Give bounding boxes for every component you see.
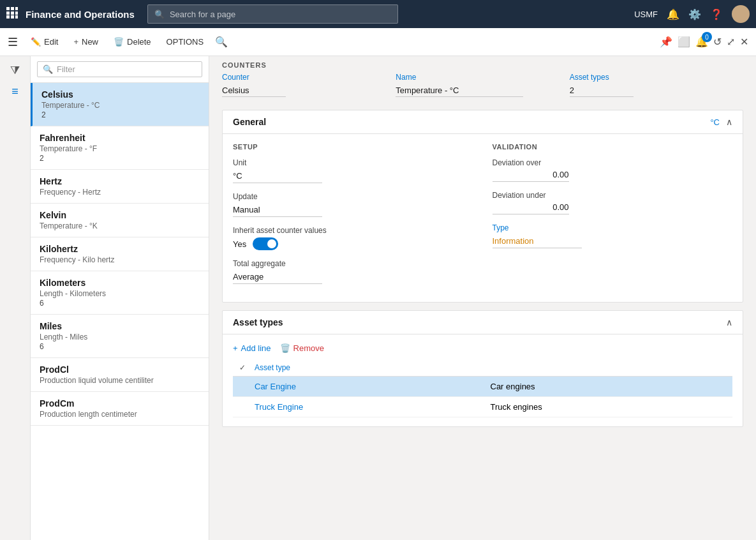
svg-rect-0 [6,7,10,10]
unit-value[interactable]: °C [233,171,322,183]
remove-icon: 🗑️ [280,343,290,353]
filter-box: 🔍 Filter [31,56,209,83]
item-num: 6 [40,299,200,308]
list-icon[interactable]: ≡ [11,85,19,98]
org-label: USMF [634,10,658,19]
table-row[interactable]: Car Engine Car engines [233,377,732,397]
new-button[interactable]: + New [67,34,105,50]
pin-icon[interactable]: 📌 [660,36,672,48]
add-line-button[interactable]: + Add line [233,343,271,353]
inherit-toggle[interactable] [253,237,278,250]
remove-button[interactable]: 🗑️ Remove [280,343,324,353]
list-items: Celsius Temperature - °C 2 Fahrenheit Te… [31,83,209,540]
item-name: ProdCm [40,398,200,409]
left-list: 🔍 Filter Celsius Temperature - °C 2 Fahr… [31,56,209,540]
badge: 0 [702,32,712,42]
asset-rows: Car Engine Car engines Truck Engine Truc… [233,377,732,417]
detail-scroll: General °C ∧ SETUP Unit °C [209,103,756,540]
sidebar-panel: ⧩ ≡ [0,56,31,540]
item-sub: Frequency - Hertz [40,188,200,197]
asset-types-title: Asset types [233,317,283,327]
type-value[interactable]: Information [493,236,582,248]
asset-types-section: Asset types ∧ + Add line 🗑️ Remo [222,310,743,427]
deviation-under-value[interactable]: 0.00 [493,202,569,214]
general-title: General [233,117,266,127]
new-icon: + [73,37,78,47]
main-layout: ⧩ ≡ 🔍 Filter Celsius Temperature - °C 2 … [0,56,756,540]
deviation-under-label: Deviation under [493,191,733,200]
bell-icon[interactable]: 🔔 [667,8,679,20]
svg-rect-7 [11,15,14,19]
general-body: SETUP Unit °C Update Manual Inherit asse… [223,134,743,302]
item-name: ProdCl [40,364,200,375]
list-item[interactable]: Kilometers Length - Kilometers 6 [31,271,209,315]
item-name: Fahrenheit [40,133,200,143]
name-col-value[interactable]: Temperature - °C [396,86,523,97]
hamburger-icon[interactable]: ☰ [8,35,18,49]
list-item[interactable]: Fahrenheit Temperature - °F 2 [31,126,209,170]
total-aggregate-field: Total aggregate Average [233,259,473,284]
total-aggregate-value[interactable]: Average [233,272,322,284]
asset-types-col-value[interactable]: 2 [570,86,634,97]
deviation-over-value[interactable]: 0.00 [493,170,569,182]
item-sub: Frequency - Kilo hertz [40,255,200,264]
table-row[interactable]: Truck Engine Truck engines [233,397,732,417]
counter-col-value[interactable]: Celsius [222,86,286,97]
toolbar-right-icons: 📌 ⬜ 🔔 0 ↺ ⤢ ✕ [660,36,748,48]
item-name: Miles [40,321,200,331]
counters-header: COUNTERS Counter Celsius Name Temperatur… [209,56,756,103]
nav-right: USMF 🔔 ⚙️ ❓ [634,5,750,23]
item-name: Kilohertz [40,244,200,254]
toolbar: ☰ ✏️ Edit + New 🗑️ Delete OPTIONS 🔍 📌 ⬜ … [0,28,756,56]
list-item[interactable]: Celsius Temperature - °C 2 [31,83,209,126]
notification-icon[interactable]: 🔔 0 [695,36,708,48]
item-sub: Production liquid volume centiliter [40,376,200,385]
close-icon[interactable]: ✕ [740,36,748,48]
item-num: 6 [40,342,200,351]
grid-icon[interactable] [6,7,18,21]
delete-icon: 🗑️ [114,37,124,47]
list-item[interactable]: ProdCm Production length centimeter [31,392,209,426]
list-item[interactable]: Hertz Frequency - Hertz [31,170,209,204]
svg-rect-2 [15,7,18,10]
asset-types-col-header: Asset types [570,73,743,82]
deviation-under-field: Deviation under 0.00 [493,191,733,214]
list-item[interactable]: ProdCl Production liquid volume centilit… [31,358,209,392]
asset-types-chevron: ∧ [726,317,732,327]
avatar[interactable] [732,5,750,23]
toolbar-search-icon[interactable]: 🔍 [215,36,228,48]
app-title: Finance and Operations [26,9,135,20]
item-num: 2 [41,110,200,119]
row-name: Car engines [491,382,727,391]
type-label: Type [493,223,733,232]
refresh-icon[interactable]: ↺ [713,36,722,48]
list-item[interactable]: Kilohertz Frequency - Kilo hertz [31,237,209,271]
deviation-over-label: Deviation over [493,158,733,167]
help-icon[interactable]: ❓ [710,8,723,20]
toggle-yes-label: Yes [233,239,246,249]
settings-icon[interactable]: ⚙️ [688,8,701,20]
counters-label: COUNTERS [222,61,743,69]
general-section: General °C ∧ SETUP Unit °C [222,110,743,303]
item-sub: Temperature - °F [40,144,200,153]
office-icon[interactable]: ⬜ [678,36,690,48]
asset-types-section-header[interactable]: Asset types ∧ [223,311,743,334]
open-new-icon[interactable]: ⤢ [727,36,735,48]
general-chevron: ∧ [726,117,732,127]
list-item[interactable]: Kelvin Temperature - °K [31,204,209,237]
filter-input[interactable]: 🔍 Filter [37,61,202,77]
item-name: Kilometers [40,278,200,288]
list-item[interactable]: Miles Length - Miles 6 [31,315,209,358]
item-sub: Length - Kilometers [40,289,200,298]
filter-icon[interactable]: ⧩ [10,64,20,77]
item-name: Celsius [41,89,200,100]
general-two-col: SETUP Unit °C Update Manual Inherit asse… [233,143,732,293]
options-button[interactable]: OPTIONS [160,34,211,50]
asset-types-section-actions: ∧ [726,317,732,327]
counters-table: Counter Celsius Name Temperature - °C As… [222,73,743,103]
edit-button[interactable]: ✏️ Edit [24,34,64,50]
general-section-header[interactable]: General °C ∧ [223,110,743,133]
delete-button[interactable]: 🗑️ Delete [107,34,158,50]
update-value[interactable]: Manual [233,205,322,217]
search-bar[interactable]: 🔍 Search for a page [147,4,398,24]
